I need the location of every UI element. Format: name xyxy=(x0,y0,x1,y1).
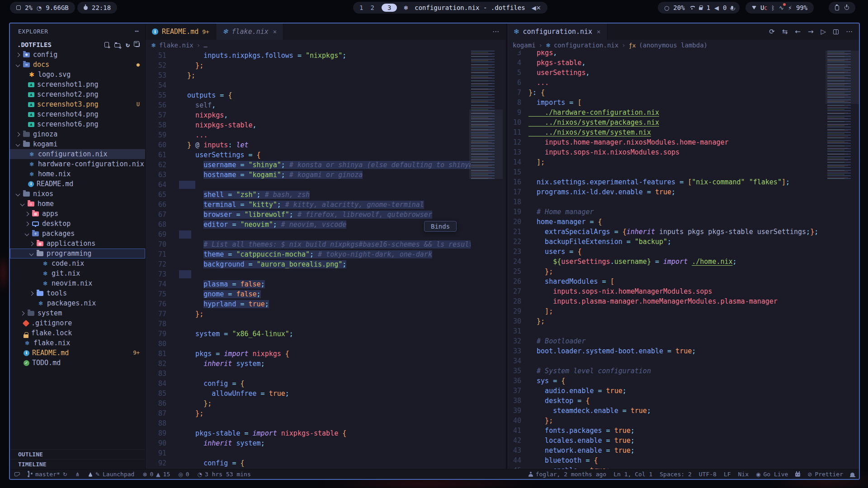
forward-icon[interactable]: → xyxy=(808,28,814,36)
breadcrumb-symbol[interactable]: (anonymous lambda) xyxy=(639,42,708,49)
new-folder-icon[interactable] xyxy=(114,43,120,47)
sync-icon[interactable]: ↻ xyxy=(63,471,67,478)
code-line[interactable]: 87 }; xyxy=(146,408,471,418)
bluetooth-icon[interactable]: ᛒ xyxy=(771,5,775,11)
back-icon[interactable]: ← xyxy=(795,28,801,36)
code-line[interactable]: 75 gnome = false; xyxy=(146,289,471,299)
notification-icon[interactable]: ∿ xyxy=(779,5,784,11)
code-line[interactable]: 79 system = "x86_64-linux"; xyxy=(146,329,471,339)
tree-item-applications[interactable]: ▦applications xyxy=(10,239,145,249)
breadcrumb-file[interactable]: configuration.nix xyxy=(554,42,618,49)
code-line[interactable]: 60 } @ inputs: let xyxy=(146,140,471,150)
tab-readme[interactable]: i README.md 9+ xyxy=(146,23,216,40)
code-line[interactable]: 43 network.enable = true; xyxy=(507,446,841,455)
code-line[interactable]: 68 editor = "neovim"; # neovim, vscode xyxy=(146,220,471,230)
power-icon[interactable] xyxy=(844,5,849,10)
outline-section[interactable]: OUTLINE xyxy=(10,449,145,459)
history-icon[interactable]: ⟳ xyxy=(769,28,775,36)
notifications-item[interactable] xyxy=(850,472,854,476)
tree-item-screenshot1-png[interactable]: ▲screenshot1.png xyxy=(10,80,145,89)
workspace-1[interactable]: 1 xyxy=(359,4,363,11)
more-actions-icon[interactable]: ⋯ xyxy=(492,28,499,36)
code-line[interactable]: 66 terminal = "kitty"; # kitty, alacritt… xyxy=(146,200,471,210)
microphone-icon[interactable] xyxy=(731,6,733,9)
code-line[interactable]: 29 ]; xyxy=(507,306,841,316)
code-line[interactable]: 4 pkgs-stable, xyxy=(507,58,841,68)
code-line[interactable]: 37 audio.enable = true; xyxy=(507,386,841,396)
prettier-item[interactable]: ⊘ Prettier xyxy=(807,471,843,478)
tree-item-configuration-nix[interactable]: ❄configuration.nix xyxy=(10,149,145,159)
keyboard-layout[interactable]: UC xyxy=(760,4,767,11)
explorer-more-actions-icon[interactable]: ⋯ xyxy=(135,27,139,35)
code-line[interactable]: 26 sharedModules = [ xyxy=(507,277,841,286)
code-line[interactable]: 41 fonts.packages = true; xyxy=(507,426,841,436)
code-line[interactable]: 56 self, xyxy=(146,100,471,110)
code-line[interactable]: 76 hyprland = true; xyxy=(146,299,471,309)
tab-flake-nix[interactable]: ❄ flake.nix × xyxy=(216,23,283,40)
code-line[interactable]: 3 pkgs, xyxy=(507,51,841,58)
tree-item-logo-svg[interactable]: ✱logo.svg xyxy=(10,70,145,80)
code-line[interactable]: 53 }; xyxy=(146,70,471,80)
code-line[interactable]: 21 extraSpecialArgs = {inherit inputs pk… xyxy=(507,227,841,237)
tree-item-code-nix[interactable]: ❄code.nix xyxy=(10,258,145,268)
collapse-folders-icon[interactable] xyxy=(135,42,140,47)
code-line[interactable]: 44 bluetooth = { xyxy=(507,455,841,465)
workspace-root-folder[interactable]: .DOTFILES ↻ xyxy=(10,40,145,50)
tree-item-readme-md[interactable]: iREADME.md xyxy=(10,179,145,189)
code-line[interactable]: 88 xyxy=(146,418,471,428)
cursor-position[interactable]: Ln 1, Col 1 xyxy=(613,471,652,478)
code-line[interactable]: 13 inputs.sops-nix.nixosModules.sops xyxy=(507,147,841,157)
wifi-icon[interactable] xyxy=(689,6,695,9)
tree-item-home[interactable]: ⌂home xyxy=(10,199,145,209)
code-line[interactable]: 17 programs.nix-ld.dev.enable = true; xyxy=(507,187,841,197)
code-line[interactable]: 70 # List all themes: $ nix build nixpkg… xyxy=(146,239,471,249)
indentation[interactable]: Spaces: 2 xyxy=(660,471,691,478)
speaker-icon[interactable]: ◀ xyxy=(714,5,719,11)
system-stats-pill[interactable]: 2% ◔ 9.66GB xyxy=(10,2,75,14)
code-line[interactable]: 18 xyxy=(507,197,841,207)
ports-item[interactable]: ◎ 0 xyxy=(178,471,189,478)
code-line[interactable]: 72 background = "aurora_borealis.png"; xyxy=(146,259,471,269)
go-live-item[interactable]: ◉ Go Live xyxy=(756,471,788,478)
code-line[interactable]: 23 users = { xyxy=(507,247,841,257)
code-line[interactable]: 69 xyxy=(146,230,471,239)
code-editor-configuration[interactable]: 3 pkgs,4 pkgs-stable,5 userSettings,6 ..… xyxy=(507,51,841,469)
code-line[interactable]: 38 desktop = { xyxy=(507,396,841,406)
code-line[interactable]: 35 # System level configuration xyxy=(507,366,841,376)
code-line[interactable]: 65 shell = "zsh"; # bash, zsh xyxy=(146,190,471,200)
vpn-icon[interactable] xyxy=(752,6,756,9)
tree-item-screenshot2-png[interactable]: ▲screenshot2.png xyxy=(10,89,145,99)
tree-item-screenshot3-png[interactable]: ▲screenshot3.pngU xyxy=(10,99,145,109)
launchpad-item[interactable]: ✎ Launchpad xyxy=(88,471,135,478)
tree-item-hardware-configuration-nix[interactable]: ❄hardware-configuration.nix xyxy=(10,159,145,169)
tab-configuration-nix[interactable]: ❄ configuration.nix × xyxy=(507,23,608,40)
code-line[interactable]: 73 xyxy=(146,269,471,279)
code-line[interactable]: 57 nixpkgs, xyxy=(146,110,471,120)
tree-item-flake-nix[interactable]: ❄flake.nix xyxy=(10,338,145,348)
workspace-3-active[interactable]: 3 xyxy=(382,4,397,12)
tree-item-apps[interactable]: ▦apps xyxy=(10,209,145,219)
code-line[interactable]: 24 ${userSettings.username} = import ./h… xyxy=(507,257,841,267)
git-branch-item[interactable]: master* ↻ xyxy=(28,471,67,478)
code-line[interactable]: 14 ]; xyxy=(507,157,841,167)
close-tab-icon[interactable]: × xyxy=(597,28,600,35)
clock-pill[interactable]: 22:18 xyxy=(77,2,117,14)
tree-item-kogami[interactable]: kogami xyxy=(10,139,145,149)
code-line[interactable]: 10 ../nixos/system/packages.nix xyxy=(507,117,841,127)
code-line[interactable]: 51 inputs.nixpkgs.follows = "nixpkgs"; xyxy=(146,51,471,61)
code-line[interactable]: 62 username = "shinya"; # konsta or shin… xyxy=(146,160,471,170)
tree-item-docs[interactable]: ≡docs● xyxy=(10,60,145,70)
git-blame-item[interactable]: foglar, 2 months ago xyxy=(528,471,607,478)
code-line[interactable]: 61 userSettings = { xyxy=(146,150,471,160)
code-line[interactable]: 6 ... xyxy=(507,78,841,88)
code-line[interactable]: 15 xyxy=(507,167,841,177)
code-line[interactable]: 20 home-manager = { xyxy=(507,217,841,227)
breadcrumb-folder[interactable]: kogami xyxy=(513,42,536,49)
lock-icon[interactable] xyxy=(699,7,703,10)
tree-item-programming[interactable]: programming xyxy=(10,249,145,258)
code-line[interactable]: 59 ... xyxy=(146,130,471,140)
code-line[interactable]: 90 inherit system; xyxy=(146,438,471,448)
code-line[interactable]: 36 sys = { xyxy=(507,376,841,386)
code-line[interactable]: 84 config = { xyxy=(146,379,471,389)
code-line[interactable]: 58 nixpkgs-stable, xyxy=(146,120,471,130)
